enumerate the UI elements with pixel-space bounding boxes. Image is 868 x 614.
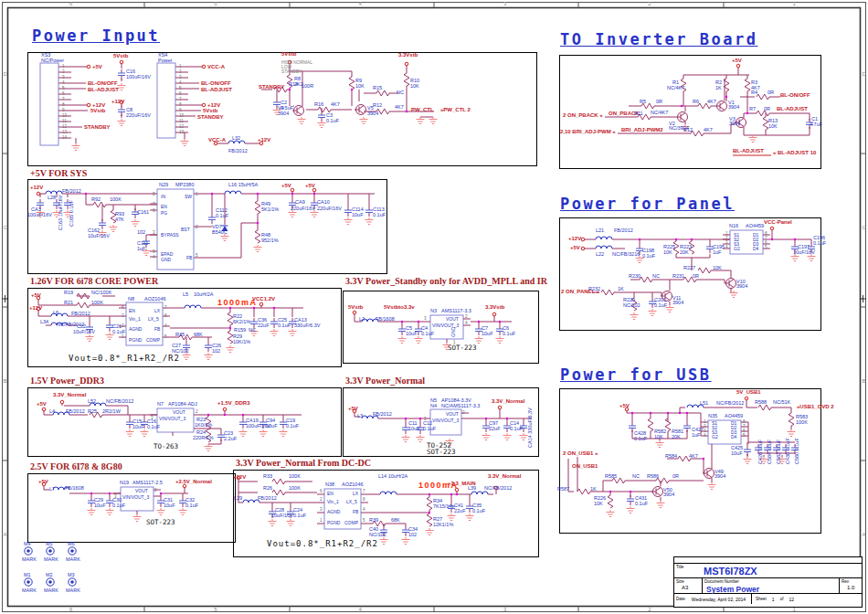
power-for-panel-label: L22 (596, 252, 604, 258)
dcdc-3v3-label: 6 (320, 489, 323, 494)
sys-5v-label: 10uF (352, 213, 364, 218)
power-for-panel-label: R231 (672, 274, 684, 280)
power-input-label: 10K (355, 84, 365, 90)
dcdc-3v3-label: 5 (363, 518, 365, 524)
ldo-2v5-label: +5V (38, 479, 48, 484)
sys-5v-label: C163 10uF/16V (58, 195, 64, 230)
sys-5v-label: PG (161, 211, 167, 216)
power-input-label: 220uF/16V (126, 113, 151, 119)
core-1v26-label: 68K (194, 333, 203, 338)
standby-3v3-label: VOUT (446, 317, 459, 322)
sys-5v-label: 3 (153, 230, 155, 236)
power-for-panel-label: 10K (663, 250, 672, 256)
to-inverter-board-label: R11 (634, 111, 643, 117)
core-1v26-label: 10uH/2A (194, 292, 213, 298)
sys-5v-label: 8 (153, 192, 155, 197)
to-inverter-board-label: NC/4K7 (651, 111, 668, 116)
to-inverter-board-label: +5V (732, 58, 742, 63)
zone-row-label: B (863, 378, 866, 384)
normal-3v3-label: 2 (462, 410, 465, 416)
to-inverter-board-label: « BL-ADJUST 10 (773, 150, 816, 155)
power-for-usb-label: 5 (743, 433, 746, 439)
dcdc-3v3-label: Vin_1 (327, 500, 339, 504)
power-input-label: STANDBY (259, 84, 285, 90)
power-for-usb-label: ON_USB1 (572, 463, 598, 469)
dcdc-3v3-label: R33 (263, 474, 272, 480)
power-for-usb-label: 0.1uF (634, 437, 647, 442)
fiducial-marks-label: M4 (24, 542, 31, 547)
dcdc-3v3-label: 100K (289, 486, 301, 492)
power-input-label: 4K7 (331, 102, 340, 108)
ldo-2v5-label: 10uF (94, 503, 106, 509)
power-input-label: 3904 (367, 111, 378, 117)
normal-3v3-label: 0.1uF (510, 427, 523, 432)
sys-5v-label: C161 (137, 210, 149, 216)
core-1v26-label: 8 (164, 313, 167, 319)
title-label: Title (676, 565, 683, 569)
power-for-panel-label: R230 (629, 274, 640, 280)
sys-5v-label: IN (161, 195, 165, 199)
standby-3v3-label: 0.1uF (503, 332, 515, 337)
to-inverter-board-label: R6 (693, 100, 699, 105)
power-for-panel-label: NC/FB/3216 (612, 252, 640, 258)
power-input-label: VCC-A (208, 137, 226, 143)
to-inverter-board-label: R4 (751, 90, 757, 96)
to-inverter-board-label: BL-ADJUST (733, 148, 764, 154)
normal-3v3-label: 10uF (408, 427, 420, 432)
sys-5v-label: 952/1% (261, 238, 279, 244)
power-input-label: NC (397, 90, 404, 96)
sys-5v-label: R92 (91, 197, 101, 203)
sys-5v-label: BST (181, 228, 190, 232)
power-for-usb-label: C580 0.1uF (795, 438, 800, 464)
sys-5v-label: 1 (196, 192, 198, 197)
ddr3-1v5-label: L4 (49, 409, 55, 415)
power-for-panel-label: NC (652, 274, 660, 280)
zone-col-label: 3 (503, 1, 506, 6)
dcdc-3v3-label: 3.3V Power_Normal From DC-DC (236, 459, 371, 469)
ddr3-1v5-label: +5V (37, 401, 47, 407)
sys-5v-label: 4 (153, 255, 155, 260)
sys-5v-label: 100K (110, 197, 122, 203)
document-number-value: System Power (706, 585, 759, 594)
standby-3v3-label: FB/1608 (376, 317, 395, 323)
title-block-title-row: Title MST6I78ZX (674, 564, 862, 578)
dcdc-3v3-label: FB/2012 (258, 496, 277, 502)
core-1v26-label: L6 (53, 311, 58, 316)
to-inverter-board-label: BL-ON/OFF (780, 92, 810, 98)
power-input-label: Power Input (32, 27, 160, 44)
power-for-panel-label: +12V (568, 236, 581, 241)
core-1v26-label: 330uF/6.3V (294, 323, 320, 329)
to-inverter-board-label: 4K7 (704, 128, 713, 133)
dcdc-3v3-label: 12K1/1% (433, 523, 453, 528)
dcdc-3v3-label: 102 (408, 533, 417, 538)
core-1v26-label: Vin_1 (129, 317, 141, 322)
dcdc-3v3-label: 4 (363, 507, 365, 513)
ddr3-1v5-label: 0.1uF (147, 425, 160, 430)
to-inverter-board-label: 4.7uF (810, 122, 822, 128)
ddr3-1v5-label: R25 (88, 409, 97, 415)
power-for-usb-label: 10K (654, 435, 663, 440)
dcdc-3v3-label: L29 (234, 496, 242, 502)
dcdc-3v3-label: L39 (468, 486, 476, 492)
standby-3v3-label: 10uF (482, 332, 493, 337)
ddr3-1v5-label: NC/FB/2012 (106, 399, 133, 405)
power-for-usb-label: R587 (557, 487, 569, 492)
sys-5v-label: SW (185, 195, 192, 199)
zone-col-label: 6 (69, 1, 72, 6)
normal-3v3-label: VIN/VOUT_3 (432, 418, 459, 423)
sys-5v-label: 220uF/16V (317, 206, 342, 212)
zone-col-label: 2 (648, 1, 651, 6)
power-for-usb-label: N35 (708, 414, 717, 419)
ddr3-1v5-label: VOUT (173, 410, 185, 415)
power-for-usb-label: 1K (590, 487, 597, 492)
ddr3-1v5-label: 0.1uF (286, 424, 299, 429)
fiducial-marks-label: MARK (22, 557, 37, 563)
power-input-label: 100uF/16V (126, 75, 151, 80)
rev-value: 1.0 (847, 585, 854, 590)
sys-5v-label: GND (161, 258, 171, 262)
to-inverter-board-label: 1K (715, 86, 722, 91)
sys-5v-label: C165 0.1uF (69, 200, 75, 227)
dcdc-3v3-label: 10uF/16V (271, 513, 293, 519)
core-1v26-label: 2 (122, 313, 124, 319)
normal-3v3-label: 3.3V_Normal (492, 398, 524, 404)
